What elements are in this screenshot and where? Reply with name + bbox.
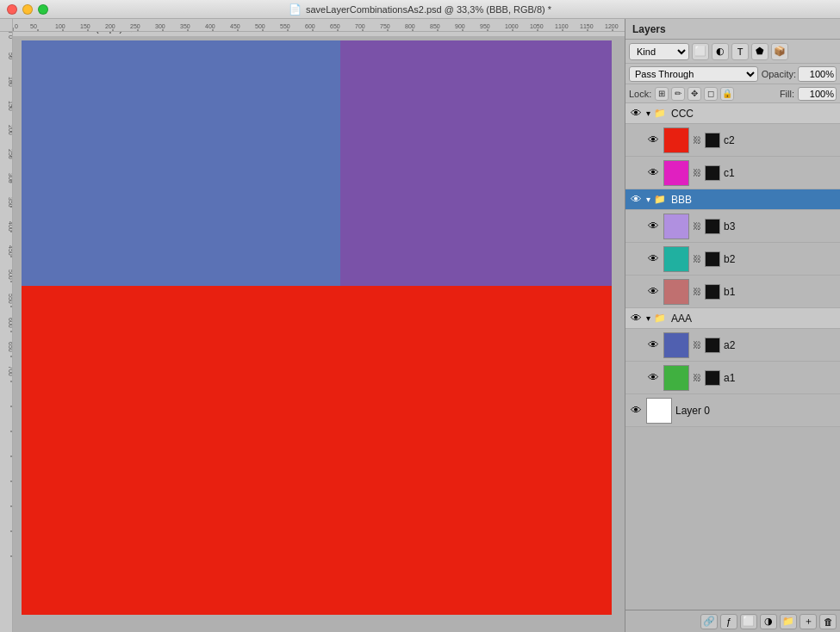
svg-text:50: 50 (8, 53, 13, 59)
eye-a2[interactable]: 👁 (646, 338, 660, 352)
eye-layer0[interactable]: 👁 (629, 404, 643, 418)
app-icon: 📄 (289, 3, 302, 15)
svg-text:50: 50 (30, 23, 37, 29)
lock-pixels-icon[interactable]: ⊞ (655, 87, 669, 101)
layer-c2-row[interactable]: 👁 ⛓ c2 (625, 124, 840, 157)
svg-text:950: 950 (480, 23, 490, 29)
group-aaa-label: AAA (671, 313, 837, 325)
chain-c1: ⛓ (693, 168, 701, 177)
new-layer-button[interactable]: ＋ (800, 614, 817, 629)
layer-b3-row[interactable]: 👁 ⛓ b3 (625, 210, 840, 243)
svg-text:550: 550 (8, 294, 13, 304)
group-ccc-header[interactable]: 👁 ▾ 📁 CCC (625, 103, 840, 124)
lock-position-icon[interactable]: ✥ (688, 87, 701, 101)
svg-text:350: 350 (180, 23, 190, 29)
lock-icons: ⊞ ✏ ✥ ◻ 🔒 (655, 87, 734, 101)
smart-object-filter-icon[interactable]: 📦 (771, 43, 788, 60)
shape-filter-icon[interactable]: ⬟ (751, 43, 768, 60)
svg-text:450: 450 (8, 245, 13, 256)
layer-a2-row[interactable]: 👁 ⛓ a2 (625, 329, 840, 362)
eye-ccc[interactable]: 👁 (629, 107, 643, 121)
opacity-input[interactable] (798, 66, 837, 82)
canvas-blue-quad (22, 40, 340, 286)
layer-b2-row[interactable]: 👁 ⛓ b2 (625, 243, 840, 276)
eye-aaa[interactable]: 👁 (629, 312, 643, 325)
pixel-filter-icon[interactable]: ⬜ (692, 43, 709, 60)
layers-lock-toolbar: Lock: ⊞ ✏ ✥ ◻ 🔒 Fill: (625, 84, 840, 103)
adjustment-filter-icon[interactable]: ◐ (712, 43, 729, 60)
group-bbb-header[interactable]: 👁 ▾ 📁 BBB (625, 189, 840, 210)
svg-text:400: 400 (8, 221, 13, 232)
svg-text:100: 100 (55, 23, 65, 29)
eye-b2[interactable]: 👁 (646, 252, 660, 266)
filter-type-select[interactable]: Kind Name Effect Mode Attribute Color Sm… (629, 43, 689, 60)
group-ccc-label: CCC (671, 108, 837, 120)
eye-c1[interactable]: 👁 (646, 166, 660, 180)
layers-blend-toolbar: Pass Through Normal Dissolve Multiply Sc… (625, 64, 840, 84)
eye-b3[interactable]: 👁 (646, 220, 660, 233)
layers-title-text: Layers (632, 23, 666, 35)
layer-0-row[interactable]: 👁 Layer 0 (625, 394, 840, 427)
minimize-button[interactable] (22, 4, 33, 15)
svg-text:800: 800 (405, 23, 415, 29)
delete-layer-button[interactable]: 🗑 (819, 614, 837, 629)
svg-text:0: 0 (8, 35, 13, 39)
chevron-ccc: ▾ (646, 108, 650, 118)
eye-c2[interactable]: 👁 (646, 133, 660, 147)
main-area: 0 50 100 150 200 250 300 350 400 450 (0, 19, 840, 632)
svg-text:1200: 1200 (605, 23, 619, 29)
fill-input[interactable] (798, 87, 837, 101)
chain-b1: ⛓ (693, 287, 701, 296)
mask-b1 (705, 284, 720, 300)
ruler-vertical: 0 50 100 150 200 250 300 350 400 450 500… (0, 32, 13, 632)
thumb-a2 (663, 332, 689, 358)
layers-panel-title: Layers (625, 19, 840, 40)
layers-filter-toolbar: Kind Name Effect Mode Attribute Color Sm… (625, 40, 840, 64)
svg-text:250: 250 (8, 149, 13, 159)
svg-text:300: 300 (8, 173, 13, 183)
window-controls (7, 4, 48, 15)
ruler-horizontal: 0 50 100 150 200 250 300 350 400 450 (13, 19, 625, 32)
add-mask-button[interactable]: ⬜ (740, 614, 757, 629)
canvas-document (22, 40, 612, 615)
eye-b1[interactable]: 👁 (646, 285, 660, 299)
layer-b2-label: b2 (724, 253, 837, 265)
layer-c1-label: c1 (724, 167, 837, 179)
svg-text:650: 650 (330, 23, 340, 29)
lock-all-icon[interactable]: 🔒 (720, 87, 734, 101)
new-fill-button[interactable]: ◑ (760, 614, 777, 629)
blend-mode-select[interactable]: Pass Through Normal Dissolve Multiply Sc… (629, 66, 758, 82)
layer-a2-label: a2 (724, 339, 837, 351)
link-layers-button[interactable]: 🔗 (700, 614, 718, 629)
svg-text:700: 700 (355, 23, 365, 29)
thumb-c2 (663, 127, 689, 153)
layer-0-label: Layer 0 (675, 405, 837, 417)
lock-label: Lock: (629, 89, 651, 99)
maximize-button[interactable] (38, 4, 48, 15)
chain-c2: ⛓ (693, 135, 701, 145)
lock-image-icon[interactable]: ✏ (671, 87, 685, 101)
chevron-aaa: ▾ (646, 313, 650, 323)
thumb-layer0 (646, 398, 672, 424)
svg-text:700: 700 (8, 366, 13, 376)
canvas-area: 0 50 100 150 200 250 300 350 400 450 (0, 19, 625, 632)
layer-c1-row[interactable]: 👁 ⛓ c1 (625, 157, 840, 189)
folder-aaa-icon: 📁 (654, 313, 666, 324)
svg-text:750: 750 (380, 23, 390, 29)
eye-a1[interactable]: 👁 (646, 371, 660, 385)
ruler-h-svg: 0 50 100 150 200 250 300 350 400 450 (13, 19, 625, 32)
close-button[interactable] (7, 4, 17, 15)
layer-a1-row[interactable]: 👁 ⛓ a1 (625, 362, 840, 394)
type-filter-icon[interactable]: T (731, 43, 749, 60)
svg-text:500: 500 (8, 270, 13, 280)
lock-artboard-icon[interactable]: ◻ (704, 87, 718, 101)
svg-text:1150: 1150 (580, 23, 594, 29)
eye-bbb[interactable]: 👁 (629, 193, 643, 207)
add-style-button[interactable]: ƒ (720, 614, 737, 629)
opacity-label: Opacity: (762, 69, 796, 79)
layer-b1-row[interactable]: 👁 ⛓ b1 (625, 276, 840, 308)
group-aaa-header[interactable]: 👁 ▾ 📁 AAA (625, 308, 840, 329)
canvas-purple-quad (340, 40, 612, 286)
layers-panel: Layers Kind Name Effect Mode Attribute C… (625, 19, 840, 632)
new-group-button[interactable]: 📁 (780, 614, 797, 629)
